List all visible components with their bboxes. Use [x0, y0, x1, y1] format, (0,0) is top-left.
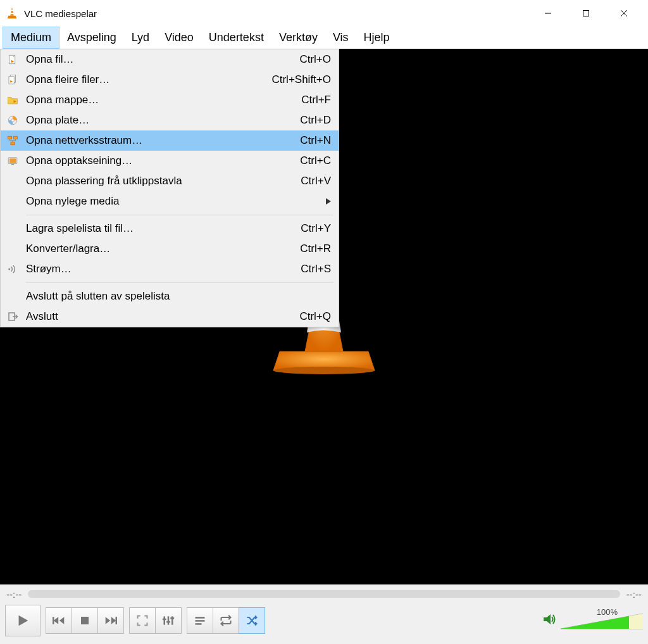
menu-item-opna-plassering-frå-utklippstavla[interactable]: Opna plassering frå utklippstavlaCtrl+V: [1, 171, 339, 191]
menu-item-shortcut: Ctrl+R: [300, 243, 331, 255]
menu-item-shortcut: Ctrl+O: [299, 53, 331, 66]
svg-rect-45: [166, 621, 170, 623]
menu-item-opna-fil[interactable]: Opna fil…Ctrl+O: [1, 49, 339, 70]
menu-item-avslutt[interactable]: AvsluttCtrl+Q: [1, 306, 339, 327]
svg-rect-23: [11, 142, 15, 145]
menu-medium[interactable]: Medium: [3, 27, 59, 49]
window-title: VLC mediespelar: [24, 8, 529, 19]
playlist-button[interactable]: [187, 607, 213, 634]
svg-marker-31: [326, 198, 331, 205]
capture-icon: [6, 154, 20, 168]
stop-button[interactable]: [72, 607, 98, 634]
svg-rect-41: [116, 617, 118, 624]
menu-undertekst[interactable]: Undertekst: [201, 27, 271, 49]
files-icon: [6, 73, 20, 87]
next-button[interactable]: [97, 607, 124, 634]
svg-rect-16: [9, 77, 14, 84]
svg-rect-2: [10, 13, 14, 14]
speaker-icon[interactable]: [542, 612, 557, 629]
menu-hjelp[interactable]: Hjelp: [356, 27, 397, 49]
menu-vis[interactable]: Vis: [325, 27, 356, 49]
submenu-arrow-icon: [326, 195, 331, 208]
menu-item-shortcut: Ctrl+C: [300, 155, 331, 167]
file-icon: [6, 53, 20, 66]
svg-rect-36: [53, 617, 54, 624]
menu-item-opna-plate[interactable]: Opna plate…Ctrl+D: [1, 110, 339, 130]
svg-point-32: [8, 268, 10, 270]
menu-lyd[interactable]: Lyd: [124, 27, 157, 49]
menu-item-label: Opna plate…: [26, 114, 300, 127]
extended-settings-button[interactable]: [155, 607, 182, 634]
menu-item-konverter-lagra[interactable]: Konverter/lagra…Ctrl+R: [1, 239, 339, 259]
menu-item-avslutt-på-slutten-av-spelelista[interactable]: Avslutt på slutten av spelelista: [1, 286, 339, 306]
menu-item-label: Opna opptakseining…: [26, 155, 300, 167]
vlc-app-icon: [5, 6, 19, 20]
playlist-group: [187, 607, 265, 634]
svg-marker-54: [629, 614, 643, 629]
menu-item-label: Konverter/lagra…: [26, 243, 300, 255]
svg-marker-40: [111, 617, 116, 624]
menu-item-label: Opna fil…: [26, 53, 299, 66]
menu-item-label: Opna plassering frå utklippstavla: [26, 175, 301, 187]
menu-item-opna-nylege-media[interactable]: Opna nylege media: [1, 191, 339, 212]
menu-item-opna-opptakseining[interactable]: Opna opptakseining…Ctrl+C: [1, 151, 339, 171]
menu-avspeling[interactable]: Avspeling: [59, 27, 124, 49]
previous-button[interactable]: [46, 607, 72, 634]
playback-group: [46, 607, 124, 634]
menu-separator: [26, 215, 333, 215]
svg-marker-3: [8, 16, 17, 19]
time-total[interactable]: --:--: [626, 589, 642, 600]
svg-point-9: [273, 367, 375, 374]
svg-rect-42: [164, 616, 166, 624]
menu-item-shortcut: Ctrl+Y: [301, 222, 331, 235]
svg-marker-34: [19, 616, 28, 626]
minimize-button[interactable]: [529, 0, 567, 27]
play-button[interactable]: [5, 605, 40, 636]
svg-rect-5: [583, 11, 589, 16]
svg-rect-21: [8, 136, 12, 139]
blank-icon: [6, 242, 20, 256]
svg-rect-30: [11, 164, 15, 165]
menu-video[interactable]: Video: [157, 27, 201, 49]
seek-slider[interactable]: [28, 590, 620, 598]
maximize-button[interactable]: [567, 0, 605, 27]
menu-item-shortcut: Ctrl+Q: [299, 310, 331, 323]
menu-item-shortcut: Ctrl+V: [301, 175, 331, 187]
svg-rect-29: [9, 158, 16, 163]
menu-item-shortcut: Ctrl+Shift+O: [271, 73, 331, 86]
controls-row: 100%: [0, 603, 648, 638]
volume-label: 100%: [597, 607, 618, 617]
medium-dropdown-menu: Opna fil…Ctrl+OOpna fleire filer…Ctrl+Sh…: [0, 49, 339, 327]
svg-marker-37: [59, 617, 65, 624]
view-group: [129, 607, 182, 634]
loop-button[interactable]: [213, 607, 239, 634]
bottom-panel: --:-- --:--: [0, 584, 648, 644]
volume-area: 100%: [542, 611, 643, 630]
stream-icon: [6, 262, 20, 276]
menu-item-opna-mappe[interactable]: Opna mappe…Ctrl+F: [1, 90, 339, 110]
menu-item-shortcut: Ctrl+S: [301, 263, 331, 275]
svg-rect-22: [14, 136, 18, 139]
menu-item-opna-fleire-filer[interactable]: Opna fleire filer…Ctrl+Shift+O: [1, 70, 339, 90]
menu-item-opna-nettverksstraum[interactable]: Opna nettverksstraum…Ctrl+N: [1, 130, 339, 151]
menu-item-strøym[interactable]: Strøym…Ctrl+S: [1, 259, 339, 279]
fullscreen-button[interactable]: [129, 607, 156, 634]
close-button[interactable]: [605, 0, 643, 27]
svg-marker-51: [544, 614, 551, 624]
menu-item-lagra-spelelista-til-fil[interactable]: Lagra spelelista til fil…Ctrl+Y: [1, 218, 339, 239]
menu-item-label: Opna nylege media: [26, 195, 326, 208]
svg-point-20: [11, 119, 15, 122]
menu-item-label: Opna fleire filer…: [26, 73, 271, 86]
time-elapsed[interactable]: --:--: [6, 589, 22, 600]
menu-item-shortcut: Ctrl+F: [301, 94, 331, 106]
svg-rect-50: [196, 623, 202, 625]
shuffle-button[interactable]: [239, 607, 265, 634]
svg-marker-39: [106, 617, 111, 624]
svg-rect-48: [196, 617, 205, 619]
quit-icon: [6, 310, 20, 324]
menu-verktøy[interactable]: Verktøy: [271, 27, 325, 49]
menu-item-label: Strøym…: [26, 263, 301, 275]
svg-rect-38: [81, 617, 89, 624]
menubar: MediumAvspelingLydVideoUndertekstVerktøy…: [0, 27, 648, 49]
svg-rect-43: [163, 619, 166, 621]
